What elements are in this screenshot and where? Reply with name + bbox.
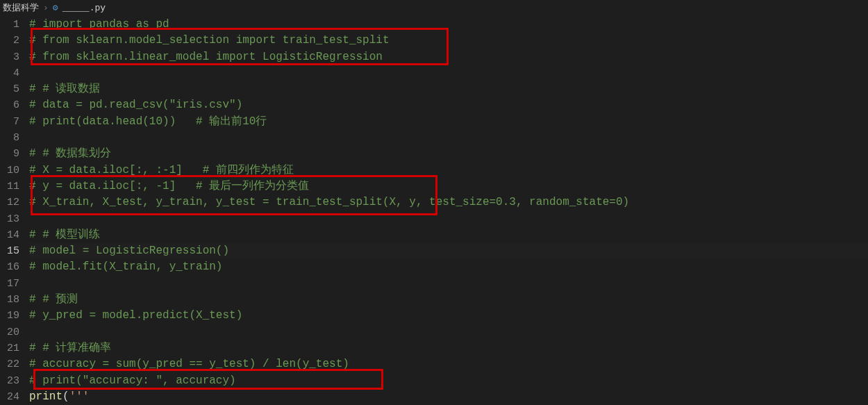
- line-number: 1: [0, 17, 19, 33]
- code-line[interactable]: # # 读取数据: [29, 81, 868, 97]
- line-number: 11: [0, 179, 19, 195]
- code-token: # data = pd.read_csv("iris.csv"): [29, 99, 242, 111]
- code-token: print: [29, 390, 62, 403]
- line-number: 8: [0, 130, 19, 146]
- code-token: # # 预测: [29, 293, 78, 306]
- code-token: ''': [69, 390, 90, 403]
- code-token: # model = LogisticRegression(): [29, 245, 229, 257]
- code-line[interactable]: [29, 211, 868, 227]
- line-number: 17: [0, 276, 19, 292]
- code-line[interactable]: # X = data.iloc[:, :-1] # 前四列作为特征: [29, 163, 868, 179]
- code-line[interactable]: print(''': [29, 389, 868, 405]
- line-number: 20: [0, 324, 19, 340]
- line-number: 18: [0, 292, 19, 308]
- code-token: # # 模型训练: [29, 229, 100, 241]
- line-number: 3: [0, 49, 19, 65]
- line-number: 21: [0, 340, 19, 356]
- breadcrumb-folder[interactable]: 数据科学: [3, 1, 39, 14]
- code-line[interactable]: # y_pred = model.predict(X_test): [29, 308, 868, 324]
- breadcrumb-filename[interactable]: _____.py: [62, 3, 106, 13]
- line-number: 6: [0, 97, 19, 113]
- line-number: 14: [0, 227, 19, 243]
- code-line[interactable]: # print(data.head(10)) # 输出前10行: [29, 114, 868, 130]
- code-token: # print(data.head(10)) # 输出前10行: [29, 115, 267, 128]
- code-token: # import pandas as pd: [29, 18, 169, 31]
- code-line[interactable]: [29, 324, 868, 340]
- line-number-gutter: 123456789101112131415161718192021222324: [0, 15, 29, 405]
- code-token: # from sklearn.linear_model import Logis…: [29, 51, 383, 63]
- line-number: 9: [0, 146, 19, 162]
- code-line[interactable]: # accuracy = sum(y_pred == y_test) / len…: [29, 356, 868, 372]
- line-number: 15: [0, 243, 19, 259]
- code-line[interactable]: # y = data.iloc[:, -1] # 最后一列作为分类值: [29, 179, 868, 195]
- code-line[interactable]: # # 数据集划分: [29, 146, 868, 162]
- code-line[interactable]: # model = LogisticRegression(): [29, 243, 868, 259]
- code-token: # accuracy = sum(y_pred == y_test) / len…: [29, 358, 349, 370]
- code-area[interactable]: # import pandas as pd# from sklearn.mode…: [29, 15, 868, 405]
- code-line[interactable]: [29, 276, 868, 292]
- code-token: # # 数据集划分: [29, 147, 111, 160]
- line-number: 23: [0, 373, 19, 389]
- line-number: 4: [0, 65, 19, 81]
- code-line[interactable]: # # 预测: [29, 292, 868, 308]
- code-token: # from sklearn.model_selection import tr…: [29, 34, 389, 47]
- line-number: 24: [0, 389, 19, 405]
- code-line[interactable]: # from sklearn.model_selection import tr…: [29, 33, 868, 49]
- code-line[interactable]: [29, 65, 868, 81]
- line-number: 2: [0, 33, 19, 49]
- code-line[interactable]: # data = pd.read_csv("iris.csv"): [29, 97, 868, 113]
- code-token: # y = data.iloc[:, -1] # 最后一列作为分类值: [29, 180, 309, 192]
- code-line[interactable]: # print("accuracy: ", accuracy): [29, 373, 868, 389]
- breadcrumb-separator: ›: [43, 3, 49, 13]
- code-editor[interactable]: 123456789101112131415161718192021222324 …: [0, 15, 868, 405]
- code-line[interactable]: [29, 130, 868, 146]
- line-number: 19: [0, 308, 19, 324]
- line-number: 16: [0, 259, 19, 275]
- line-number: 12: [0, 195, 19, 210]
- code-line[interactable]: # # 计算准确率: [29, 340, 868, 356]
- code-line[interactable]: # model.fit(X_train, y_train): [29, 259, 868, 275]
- code-line[interactable]: # X_train, X_test, y_train, y_test = tra…: [29, 195, 868, 210]
- breadcrumb: 数据科学 › ⚙ _____.py: [0, 0, 868, 15]
- line-number: 5: [0, 81, 19, 97]
- code-token: # model.fit(X_train, y_train): [29, 261, 222, 273]
- code-token: (: [62, 390, 69, 403]
- line-number: 22: [0, 356, 19, 372]
- code-token: # X = data.iloc[:, :-1] # 前四列作为特征: [29, 164, 294, 176]
- code-line[interactable]: # from sklearn.linear_model import Logis…: [29, 49, 868, 65]
- line-number: 13: [0, 211, 19, 227]
- line-number: 10: [0, 163, 19, 179]
- code-token: # # 计算准确率: [29, 342, 111, 354]
- code-token: # X_train, X_test, y_train, y_test = tra…: [29, 196, 629, 208]
- code-token: # # 读取数据: [29, 83, 100, 95]
- python-icon: ⚙: [53, 2, 58, 13]
- code-token: # print("accuracy: ", accuracy): [29, 374, 236, 387]
- line-number: 7: [0, 114, 19, 130]
- code-token: # y_pred = model.predict(X_test): [29, 309, 242, 322]
- code-line[interactable]: # # 模型训练: [29, 227, 868, 243]
- code-line[interactable]: # import pandas as pd: [29, 17, 868, 33]
